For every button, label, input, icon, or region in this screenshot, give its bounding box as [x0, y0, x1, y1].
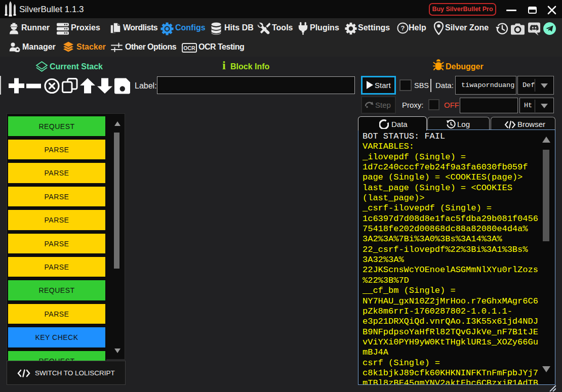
- svg-text:OCR: OCR: [183, 45, 195, 51]
- svg-text:?: ?: [401, 24, 405, 32]
